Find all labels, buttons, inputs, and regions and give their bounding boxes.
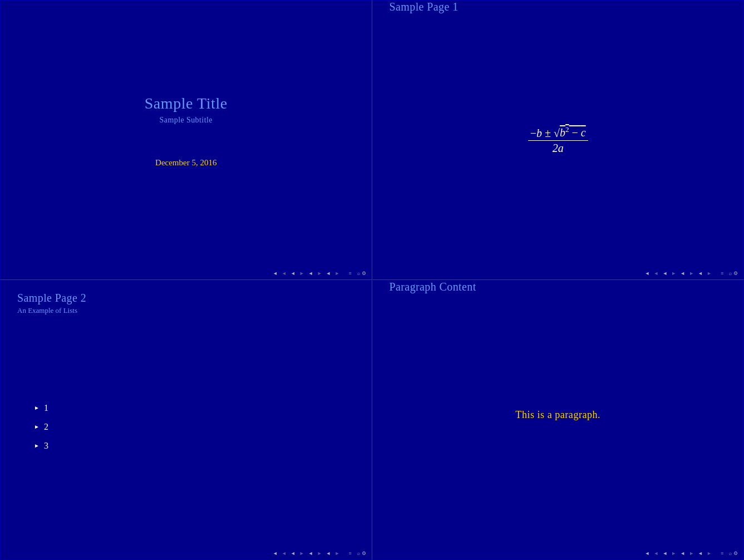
fraction-display: −b ± √b2 − c 2a [528,126,588,155]
nav-controls-4: ◄ ◄ ◄ ► ◄ ► ◄ ► ≡ ⌕ ⚙ [644,548,738,558]
nav-right2-4[interactable]: ◄ [697,550,704,557]
nav-right2-1[interactable]: ◄ [325,270,332,277]
nav-div3-1: ► [317,271,322,276]
nav-settings-1[interactable]: ⚙ [362,271,366,276]
nav-left2-1[interactable]: ◄ [289,270,297,277]
list-item-3-text: 3 [44,441,48,451]
nav-div4-2: ► [707,271,712,276]
slide-1-nav: ◄ ◄ ◄ ► ◄ ► ◄ ► ≡ ⌕ ⚙ [1,267,372,279]
nav-right-1[interactable]: ◄ [307,270,314,277]
nav-controls-2: ◄ ◄ ◄ ► ◄ ► ◄ ► ≡ ⌕ ⚙ [644,268,738,278]
slide-2-nav: ◄ ◄ ◄ ► ◄ ► ◄ ► ≡ ⌕ ⚙ [373,267,744,279]
nav-left2-4[interactable]: ◄ [661,550,668,557]
nav-left2-3[interactable]: ◄ [289,550,297,557]
nav-right2-3[interactable]: ◄ [325,550,332,557]
denominator: 2a [550,141,566,155]
nav-settings-4[interactable]: ⚙ [733,551,738,556]
nav-div3-3: ► [317,551,322,556]
slide-1-date: December 5, 2016 [155,158,216,168]
slide-2: Sample Page 1 −b ± √b2 − c 2a ◄ ◄ ◄ ► ◄ … [372,0,745,280]
slide-3-nav: ◄ ◄ ◄ ► ◄ ► ◄ ► ≡ ⌕ ⚙ [1,547,372,559]
bullet-2: ► [34,424,40,430]
slide-4: Paragraph Content This is a paragraph. ◄… [372,280,745,560]
list-item-1-text: 1 [44,403,48,413]
list-item-1: ► 1 [34,403,355,413]
paragraph-text: This is a paragraph. [515,409,600,421]
nav-div4-1: ► [335,271,340,276]
nav-right-4[interactable]: ◄ [679,550,686,557]
slide-1-content: Sample Title Sample Subtitle December 5,… [23,17,349,262]
nav-menu-1[interactable]: ≡ [348,271,351,276]
nav-div-1: ◄ [282,271,287,276]
nav-left-4[interactable]: ◄ [644,550,651,557]
slide-1-main-title: Sample Title [145,95,228,112]
nav-menu-4[interactable]: ≡ [721,551,723,556]
slide-4-content: This is a paragraph. [373,293,744,547]
nav-menu-2[interactable]: ≡ [721,271,723,276]
nav-div4-4: ► [707,551,712,556]
bullet-3: ► [34,443,40,449]
nav-left2-2[interactable]: ◄ [661,270,668,277]
slide-3-list: ► 1 ► 2 ► 3 [1,317,372,547]
slide-3: Sample Page 2 An Example of Lists ► 1 ► … [0,280,372,560]
nav-zoom-1[interactable]: ⌕ [357,271,360,276]
slides-grid: Sample Title Sample Subtitle December 5,… [0,0,744,560]
numerator: −b ± √b2 − c [528,126,588,141]
nav-zoom-4[interactable]: ⌕ [729,551,732,556]
slide-3-subtitle: An Example of Lists [17,306,355,315]
nav-left-2[interactable]: ◄ [644,270,651,277]
nav-div2-3: ► [299,551,304,556]
nav-div-4: ◄ [653,551,658,556]
list-item-3: ► 3 [34,441,355,451]
nav-div-2: ◄ [653,271,658,276]
slide-2-math: −b ± √b2 − c 2a [373,13,744,267]
bullet-1: ► [34,405,40,411]
nav-menu-3[interactable]: ≡ [348,551,351,556]
nav-settings-2[interactable]: ⚙ [733,271,738,276]
nav-div-3: ◄ [282,551,287,556]
nav-settings-3[interactable]: ⚙ [362,551,366,556]
nav-controls-1: ◄ ◄ ◄ ► ◄ ► ◄ ► ≡ ⌕ ⚙ [272,268,366,278]
nav-div2-2: ► [671,271,676,276]
nav-div3-2: ► [689,271,694,276]
slide-1-inner: Sample Title Sample Subtitle December 5,… [1,1,372,267]
nav-left-3[interactable]: ◄ [272,550,279,557]
nav-div2-4: ► [671,551,676,556]
nav-zoom-2[interactable]: ⌕ [729,271,732,276]
slide-3-title: Sample Page 2 [17,292,355,304]
nav-right-2[interactable]: ◄ [679,270,686,277]
nav-div3-4: ► [689,551,694,556]
slide-2-page-title: Sample Page 1 [373,1,744,13]
nav-left-1[interactable]: ◄ [272,270,279,277]
nav-right-3[interactable]: ◄ [307,550,314,557]
quadratic-formula: −b ± √b2 − c 2a [528,126,588,155]
slide-1: Sample Title Sample Subtitle December 5,… [0,0,372,280]
slide-4-nav: ◄ ◄ ◄ ► ◄ ► ◄ ► ≡ ⌕ ⚙ [373,547,744,559]
list-item-2: ► 2 [34,422,355,432]
nav-controls-3: ◄ ◄ ◄ ► ◄ ► ◄ ► ≡ ⌕ ⚙ [272,548,366,558]
nav-zoom-3[interactable]: ⌕ [357,551,360,556]
slide-3-header: Sample Page 2 An Example of Lists [1,281,372,317]
slide-4-page-title: Paragraph Content [373,281,744,293]
nav-div4-3: ► [335,551,340,556]
nav-right2-2[interactable]: ◄ [697,270,704,277]
list-item-2-text: 2 [44,422,48,432]
slide-1-subtitle: Sample Subtitle [160,116,213,125]
nav-div2-1: ► [299,271,304,276]
